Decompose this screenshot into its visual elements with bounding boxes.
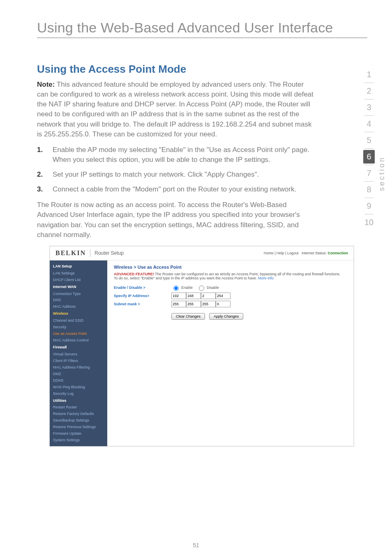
row-label: Enable / Disable > <box>114 286 171 290</box>
more-info-link[interactable]: More Info <box>258 276 274 280</box>
divider <box>364 148 374 149</box>
after-steps: The Router is now acting as an access po… <box>37 200 316 240</box>
router-top-links: Home | Help | Logout Internet Status: Co… <box>264 251 348 255</box>
enable-radio-input[interactable] <box>173 286 179 291</box>
mask-octet-1[interactable] <box>171 301 186 307</box>
top-links-left[interactable]: Home | Help | Logout <box>264 251 299 255</box>
nav-heading: Wireless <box>50 310 107 318</box>
section-nav: 1 2 3 4 5 6 7 8 9 10 <box>363 68 375 229</box>
divider <box>364 181 374 182</box>
step-num: 2. <box>37 170 43 180</box>
section-nav-item[interactable]: 2 <box>363 84 375 98</box>
nav-item[interactable]: Virtual Servers <box>50 351 107 358</box>
section-label: section <box>378 156 386 191</box>
warning-label: ADVANCED FEATURE! <box>114 272 154 276</box>
nav-item[interactable]: Restore Factory Defaults <box>50 411 107 417</box>
divider <box>364 214 374 214</box>
router-title: Router Setup <box>95 250 124 256</box>
chapter-title: Using the Web-Based Advanced User Interf… <box>37 20 367 36</box>
chapter-rule <box>37 37 367 38</box>
mask-octet-3[interactable] <box>201 301 216 307</box>
nav-item[interactable]: DMZ <box>50 371 107 378</box>
step-item: 3.Connect a cable from the "Modem" port … <box>37 184 316 194</box>
warning-text: ADVANCED FEATURE! The Router can be conf… <box>114 272 344 280</box>
section-title: Using the Access Point Mode <box>37 63 367 76</box>
nav-item[interactable]: MAC Address Control <box>50 337 107 344</box>
mask-row: Subnet mask > <box>114 301 347 307</box>
row-label: Subnet mask > <box>114 302 171 306</box>
ip-octet-3[interactable] <box>201 293 216 299</box>
nav-item-current[interactable]: Use as Access Point <box>50 331 107 337</box>
divider <box>90 249 90 257</box>
status-label: Internet Status: <box>302 251 327 255</box>
nav-item[interactable]: Channel and SSID <box>50 318 107 324</box>
enable-row: Enable / Disable > Enable Disable <box>114 284 347 291</box>
ip-octet-4[interactable] <box>216 293 231 299</box>
section-nav-item[interactable]: 7 <box>363 166 375 180</box>
enable-radio-label: Enable <box>181 286 193 290</box>
nav-item[interactable]: DDNS <box>50 378 107 384</box>
apply-changes-button[interactable]: Apply Changes <box>209 313 243 320</box>
nav-item[interactable]: MAC Address <box>50 304 107 310</box>
nav-item[interactable]: Restore Previous Settings <box>50 424 107 431</box>
step-item: 1.Enable the AP mode my selecting "Enabl… <box>37 145 316 165</box>
section-nav-item[interactable]: 3 <box>363 101 375 114</box>
divider <box>364 132 374 132</box>
nav-heading: LAN Setup <box>50 263 107 270</box>
breadcrumb: Wireless > Use as Access Point <box>114 265 347 270</box>
step-text: Enable the AP mode my selecting "Enable"… <box>53 146 309 164</box>
nav-item[interactable]: Client IP Filters <box>50 358 107 364</box>
router-admin-screenshot: BELKIN Router Setup Home | Help | Logout… <box>49 246 354 447</box>
divider <box>364 83 374 83</box>
ip-octet-2[interactable] <box>186 293 201 299</box>
disable-radio-label: Disable <box>207 286 219 290</box>
section-nav-item[interactable]: 9 <box>363 199 375 213</box>
disable-radio[interactable]: Disable <box>197 284 219 291</box>
nav-item[interactable]: Connection Type <box>50 291 107 297</box>
ip-row: Specify IP Address> <box>114 293 347 299</box>
mask-octet-4[interactable] <box>216 301 231 307</box>
step-text: Connect a cable from the "Modem" port on… <box>53 185 296 193</box>
section-nav-item-current[interactable]: 6 <box>363 150 375 164</box>
nav-heading: Firewall <box>50 344 107 351</box>
nav-item[interactable]: Security <box>50 324 107 331</box>
mask-octet-2[interactable] <box>186 301 201 307</box>
note-body: This advanced feature should be employed… <box>37 81 314 138</box>
divider <box>364 99 374 99</box>
divider <box>364 165 374 165</box>
nav-item[interactable]: System Settings <box>50 437 107 444</box>
note-label: Note: <box>37 81 55 88</box>
nav-item[interactable]: DHCP Client List <box>50 277 107 283</box>
brand-logo: BELKIN <box>55 249 86 257</box>
nav-item[interactable]: Firmware Update <box>50 431 107 437</box>
enable-radio[interactable]: Enable <box>171 284 193 291</box>
status-value: Connection <box>328 251 348 255</box>
note-paragraph: Note: This advanced feature should be em… <box>37 80 316 139</box>
step-item: 2.Set your IP settings to match your net… <box>37 170 316 180</box>
section-nav-item[interactable]: 8 <box>363 183 375 196</box>
step-text: Set your IP settings to match your netwo… <box>53 171 259 178</box>
nav-item[interactable]: WAN Ping Blocking <box>50 384 107 391</box>
step-num: 3. <box>37 184 43 194</box>
nav-item[interactable]: Security Log <box>50 391 107 397</box>
nav-item[interactable]: Restart Router <box>50 404 107 411</box>
nav-heading: Internet WAN <box>50 283 107 291</box>
router-sidebar: LAN Setup LAN Settings DHCP Client List … <box>50 260 107 446</box>
section-nav-item[interactable]: 5 <box>363 134 375 147</box>
divider <box>364 115 374 116</box>
ip-octet-1[interactable] <box>171 293 186 299</box>
nav-item[interactable]: MAC Address Filtering <box>50 364 107 371</box>
disable-radio-input[interactable] <box>199 286 204 291</box>
page-number: 51 <box>0 542 392 548</box>
section-nav-item[interactable]: 10 <box>363 216 375 229</box>
steps-list: 1.Enable the AP mode my selecting "Enabl… <box>37 145 316 195</box>
section-nav-item[interactable]: 4 <box>363 117 375 131</box>
nav-item[interactable]: DNS <box>50 297 107 304</box>
row-label: Specify IP Address> <box>114 294 171 298</box>
divider <box>364 198 374 198</box>
router-header: BELKIN Router Setup Home | Help | Logout… <box>50 246 354 260</box>
nav-item[interactable]: LAN Settings <box>50 270 107 277</box>
nav-item[interactable]: Save/Backup Settings <box>50 417 107 424</box>
section-nav-item[interactable]: 1 <box>363 68 375 81</box>
clear-changes-button[interactable]: Clear Changes <box>171 313 205 320</box>
